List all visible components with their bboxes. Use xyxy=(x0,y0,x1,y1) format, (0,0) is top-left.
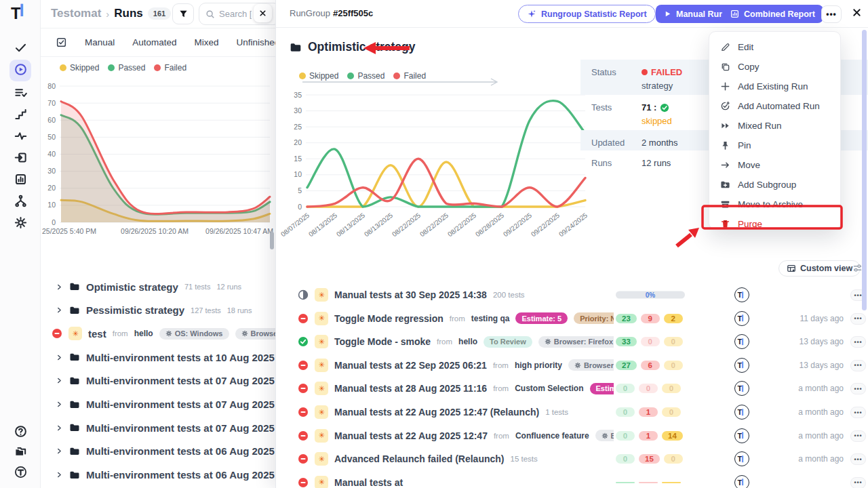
group-list-item[interactable]: Multi-environment tests at 06 Aug 2025 1… xyxy=(41,441,275,462)
chevron-right-icon[interactable] xyxy=(56,447,63,455)
run-more-button[interactable]: ••• xyxy=(850,430,866,442)
group-title-text: Optimistic strategy xyxy=(308,40,416,54)
modal-close-button[interactable] xyxy=(852,7,862,18)
tab-manual[interactable]: Manual xyxy=(85,37,115,47)
menu-item-move[interactable]: Move xyxy=(709,155,840,175)
run-row[interactable]: ✳Toggle Mode - smokefromhelloTo ReviewBr… xyxy=(285,331,868,352)
run-more-button[interactable]: ••• xyxy=(850,453,866,465)
group-list-item[interactable]: Pessimistic strategy127 tests18 runs xyxy=(41,300,275,321)
chevron-right-icon[interactable] xyxy=(56,424,63,432)
menu-item-add-automated-run[interactable]: Add Automated Run xyxy=(709,96,840,116)
modal-scrollbar[interactable] xyxy=(862,30,867,310)
logo-tick-icon: ▎ xyxy=(21,4,29,16)
chevron-right-icon[interactable] xyxy=(56,306,63,314)
run-more-button[interactable]: ••• xyxy=(850,360,866,371)
menu-item-add-subgroup[interactable]: Add Subgroup xyxy=(709,175,840,195)
sidebar-item-folders[interactable] xyxy=(9,442,31,464)
run-row[interactable]: ✳Manual tests at 22 Sep 2025 06:21fromhi… xyxy=(285,355,868,375)
chevron-right-icon[interactable] xyxy=(56,283,63,291)
run-title: Toggle Mode regression xyxy=(334,313,443,324)
sidebar-item-play-circle[interactable] xyxy=(9,60,31,81)
combined-report-button[interactable]: Combined Report xyxy=(722,5,823,23)
group-list-item[interactable]: Multi-environment tests at 07 Aug 2025 1… xyxy=(41,394,275,415)
run-row[interactable]: ✳Manual tests at 22 Aug 2025 12:47fromCo… xyxy=(285,426,868,446)
play-circle-icon xyxy=(14,63,27,79)
sidebar-item-logo-badge[interactable] xyxy=(9,462,31,484)
chevron-right-icon[interactable] xyxy=(56,377,63,384)
run-more-button[interactable]: ••• xyxy=(850,383,866,394)
custom-view-button[interactable]: Custom view xyxy=(778,260,861,277)
run-row[interactable]: ✳Manual tests at 30 Sep 2025 14:38200 te… xyxy=(285,285,868,305)
breadcrumb-app[interactable]: Testomat xyxy=(51,7,101,20)
sidebar-item-list-check[interactable] xyxy=(9,83,31,104)
failed-dot-icon xyxy=(642,69,648,75)
legend-dot-icon xyxy=(60,64,66,71)
count-pill-green: 0 xyxy=(616,407,635,417)
runs-count-badge: 161 xyxy=(148,7,171,20)
breadcrumb-page[interactable]: Runs xyxy=(114,7,143,20)
sidebar-item-check[interactable] xyxy=(9,38,31,60)
run-more-button[interactable]: ••• xyxy=(850,336,866,348)
menu-item-copy[interactable]: Copy xyxy=(709,57,840,77)
rungroup-more-button[interactable]: ••• xyxy=(821,5,842,23)
archive-icon xyxy=(719,199,730,209)
sidebar-item-help[interactable] xyxy=(9,422,31,443)
menu-item-add-existing-run[interactable]: Add Existing Run xyxy=(709,77,840,96)
group-list-item[interactable]: Multi-environment tests at 07 Aug 2025 1… xyxy=(41,418,275,438)
run-list-item[interactable]: ✳testfromhelloOS: WindowsBrowser: Chrome xyxy=(41,323,275,344)
tab-mixed[interactable]: Mixed xyxy=(195,37,219,47)
chevron-right-icon[interactable] xyxy=(56,354,63,361)
from-label: from xyxy=(494,432,509,440)
chevron-right-icon[interactable] xyxy=(56,401,63,408)
tab-automated[interactable]: Automated xyxy=(132,37,176,47)
avatar: T▎ xyxy=(734,287,749,302)
run-result-counts: 0114 xyxy=(616,431,683,441)
group-list-item[interactable]: Optimistic strategy71 tests12 runs xyxy=(41,277,275,297)
avatar: T▎ xyxy=(734,358,749,373)
menu-item-edit[interactable]: Edit xyxy=(709,37,840,57)
bar-chart-icon xyxy=(730,9,739,18)
legend-arrow-icon xyxy=(301,76,505,87)
menu-item-mixed-run[interactable]: Mixed Run xyxy=(709,116,840,136)
menu-item-purge[interactable]: Purge xyxy=(709,214,840,234)
menu-item-move-to-archive[interactable]: Move to Archive xyxy=(709,195,840,214)
svg-text:08/13/2025: 08/13/2025 xyxy=(307,211,339,239)
rungroup-statistic-report-button[interactable]: Rungroup Statistic Report xyxy=(518,5,656,23)
run-more-button[interactable]: ••• xyxy=(850,477,866,488)
sidebar-item-import[interactable] xyxy=(9,148,31,169)
chevron-right-icon[interactable] xyxy=(56,471,63,479)
menu-item-pin[interactable]: Pin xyxy=(709,136,840,155)
select-all-icon[interactable] xyxy=(56,37,67,48)
run-more-button[interactable]: ••• xyxy=(850,407,866,418)
plus-icon xyxy=(719,81,730,92)
sidebar-item-report[interactable] xyxy=(9,169,31,191)
search-clear-button[interactable] xyxy=(254,4,272,22)
group-list-item[interactable]: Multi-environment tests at 07 Aug 2025 1… xyxy=(41,371,275,391)
sidebar-item-gear[interactable] xyxy=(9,213,31,235)
run-row[interactable]: ✳Manual tests at 28 Aug 2025 11:16fromCu… xyxy=(285,378,868,399)
run-row[interactable]: ✳Manual tests at 22 Aug 2025 12:47 (Rela… xyxy=(285,402,868,422)
run-row-main: ✳Manual tests at xyxy=(298,472,614,488)
report-icon xyxy=(14,173,27,188)
manual-run-button[interactable]: Manual Run xyxy=(656,5,732,23)
left-panel-scrollbar[interactable] xyxy=(270,232,274,249)
group-list-item[interactable]: Multi-environment tests at 10 Aug 2025 1… xyxy=(41,347,275,367)
group-list-item[interactable]: Multi-environment tests at 06 Aug 2025 1… xyxy=(41,465,275,485)
tab-unfinished[interactable]: Unfinished xyxy=(237,37,275,47)
sidebar-item-pulse[interactable] xyxy=(9,126,31,148)
app-logo[interactable]: T▎ xyxy=(11,4,28,23)
run-row[interactable]: ✳Advanced Relaunch failed (Relaunch)15 t… xyxy=(285,449,868,469)
svg-text:08/28/2025: 08/28/2025 xyxy=(474,211,506,239)
sidebar-item-steps[interactable] xyxy=(9,104,31,126)
svg-text:15: 15 xyxy=(294,155,302,163)
legend-label: Passed xyxy=(118,63,145,73)
failed-status-icon xyxy=(298,383,309,394)
filter-button[interactable] xyxy=(172,3,194,24)
run-row[interactable]: ✳Manual tests atT▎••• xyxy=(285,472,868,488)
sidebar-item-branch[interactable] xyxy=(9,191,31,213)
run-tests-count: 200 tests xyxy=(493,291,525,299)
list-settings-icon[interactable] xyxy=(852,263,863,273)
run-more-button[interactable]: ••• xyxy=(850,313,866,325)
run-title: Manual tests at 22 Aug 2025 12:47 (Relau… xyxy=(334,407,539,418)
run-row[interactable]: ✳Toggle Mode regressionfromtesting qaEst… xyxy=(285,308,868,329)
